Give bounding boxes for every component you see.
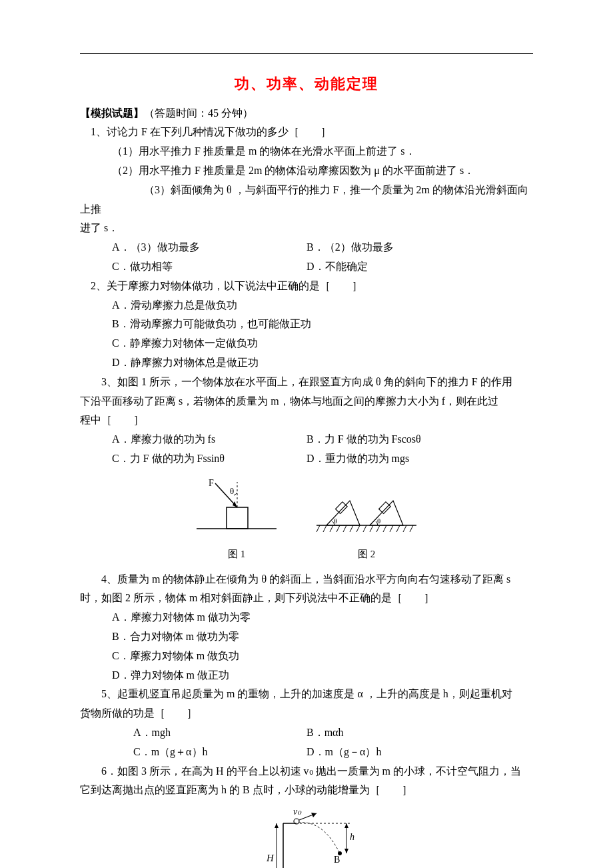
svg-marker-24 [370, 501, 403, 525]
svg-line-6 [316, 525, 320, 532]
figure-2: θ θ 图 2 [310, 475, 423, 563]
q1-choice-c: C．做功相等 [80, 257, 306, 277]
figure-3-H-label: H [266, 853, 275, 863]
svg-line-9 [336, 525, 340, 532]
figure-3-B-label: B [334, 855, 340, 865]
figure-1-theta-label: θ [230, 486, 234, 496]
q3-stem-line1: 3、如图 1 所示，一个物体放在水平面上，在跟竖直方向成 θ 角的斜向下的推力 … [80, 373, 533, 392]
q6-stem-line2: 它到达离抛出点的竖直距离为 h 的 B 点时，小球的动能增量为［ ］ [80, 781, 533, 800]
q3-choice-c: C．力 F 做的功为 Fssinθ [80, 449, 306, 469]
svg-line-17 [390, 525, 393, 532]
svg-line-19 [403, 525, 406, 532]
q1-choice-a: A．（3）做功最多 [80, 238, 306, 257]
figure-3: v₀ B h H 图 3 [247, 807, 366, 868]
figure-2-diagram: θ θ [310, 475, 423, 535]
q3-choice-a: A．摩擦力做的功为 fs [80, 430, 306, 449]
q3-stem-line2: 下沿平面移动了距离 s，若物体的质量为 m，物体与地面之间的摩擦力大小为 f，则… [80, 392, 533, 411]
svg-line-12 [356, 525, 360, 532]
figures-1-2-row: F θ 图 1 θ θ [80, 475, 533, 563]
q5-choice-c: C．m（g＋α）h [80, 743, 306, 762]
q5-choice-b: B．mαh [306, 723, 533, 743]
svg-line-20 [410, 525, 413, 532]
q4-stem-line2: 时，如图 2 所示，物体 m 相对斜面静止，则下列说法中不正确的是［ ］ [80, 589, 533, 608]
q3-choice-d: D．重力做的功为 mgs [306, 449, 533, 469]
svg-rect-25 [379, 502, 391, 514]
exam-header: 【模拟试题】（答题时间：45 分钟） [80, 104, 533, 123]
svg-line-18 [396, 525, 400, 532]
q3-choice-b: B．力 F 做的功为 Fscosθ [306, 430, 533, 449]
svg-rect-1 [227, 507, 248, 529]
svg-marker-49 [344, 823, 348, 828]
svg-line-7 [323, 525, 326, 532]
q1-p2: （2）用水平推力 F 推质量是 2m 的物体沿动摩擦因数为 μ 的水平面前进了 … [80, 161, 533, 181]
svg-marker-4 [233, 501, 237, 507]
q2-choice-a: A．滑动摩擦力总是做负功 [80, 296, 533, 315]
q2-choice-d: D．静摩擦力对物体总是做正功 [80, 353, 533, 373]
figure-1-F-label: F [209, 478, 214, 488]
svg-line-11 [350, 525, 353, 532]
svg-marker-21 [326, 501, 360, 525]
q2-stem: 2、关于摩擦力对物体做功，以下说法中正确的是［ ］ [80, 277, 533, 296]
q1-stem: 1、讨论力 F 在下列几种情况下做功的多少［ ］ [80, 123, 533, 142]
q1-p1: （1）用水平推力 F 推质量是 m 的物体在光滑水平面上前进了 s． [80, 142, 533, 161]
svg-line-13 [363, 525, 366, 532]
svg-line-8 [330, 525, 333, 532]
figure-1-diagram: F θ [190, 475, 283, 535]
q2-choice-b: B．滑动摩擦力可能做负功，也可能做正功 [80, 315, 533, 334]
q5-stem-line1: 5、起重机竖直吊起质量为 m 的重物，上升的加速度是 α ，上升的高度是 h，则… [80, 685, 533, 704]
q1-p3-line2: 进了 s． [80, 219, 533, 238]
exam-time: （答题时间：45 分钟） [144, 107, 253, 119]
figure-3-v0-label: v₀ [293, 807, 302, 817]
svg-text:θ: θ [377, 517, 380, 525]
svg-text:θ: θ [334, 517, 337, 525]
q5-stem-line2: 货物所做的功是［ ］ [80, 704, 533, 723]
figure-3-h-label: h [350, 832, 354, 842]
q4-choice-d: D．弹力对物体 m 做正功 [80, 666, 533, 685]
figure-3-row: v₀ B h H 图 3 [80, 807, 533, 868]
q4-choice-c: C．摩擦力对物体 m 做负功 [80, 647, 533, 666]
q5-choice-a: A．mgh [80, 723, 306, 743]
q1-choice-d: D．不能确定 [306, 257, 533, 277]
figure-2-caption: 图 2 [310, 545, 423, 563]
q4-stem-line1: 4、质量为 m 的物体静止在倾角为 θ 的斜面上，当斜面沿水平方向向右匀速移动了… [80, 570, 533, 589]
svg-line-14 [370, 525, 373, 532]
q1-choice-b: B．（2）做功最多 [306, 238, 533, 257]
q1-p3-line1: （3）斜面倾角为 θ ，与斜面平行的推力 F，推一个质量为 2m 的物体沿光滑斜… [80, 181, 533, 219]
q4-choice-a: A．摩擦力对物体 m 做功为零 [80, 608, 533, 627]
svg-line-10 [343, 525, 346, 532]
svg-line-16 [383, 525, 386, 532]
q6-stem-line1: 6．如图 3 所示，在高为 H 的平台上以初速 v₀ 抛出一质量为 m 的小球，… [80, 762, 533, 781]
q4-choice-b: B．合力对物体 m 做功为零 [80, 627, 533, 647]
q5-choice-d: D．m（g－α）h [306, 743, 533, 762]
q2-choice-c: C．静摩擦力对物体一定做负功 [80, 334, 533, 353]
svg-marker-50 [344, 849, 348, 853]
svg-rect-22 [336, 502, 348, 514]
figure-1-caption: 图 1 [190, 545, 283, 563]
figure-1: F θ 图 1 [190, 475, 283, 563]
svg-marker-52 [275, 823, 279, 828]
figure-3-diagram: v₀ B h H [247, 807, 366, 868]
page-top-rule [80, 53, 533, 54]
exam-header-label: 【模拟试题】 [80, 107, 144, 119]
svg-line-15 [376, 525, 380, 532]
document-title: 功、功率、动能定理 [80, 71, 533, 97]
q3-stem-line3: 程中［ ］ [80, 411, 533, 430]
